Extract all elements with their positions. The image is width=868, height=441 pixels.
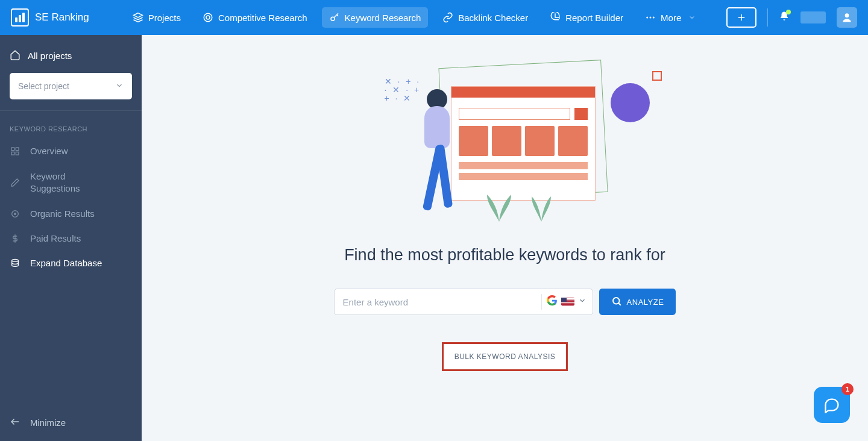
svg-point-11 — [845, 13, 849, 17]
svg-point-3 — [331, 17, 335, 20]
keyword-input[interactable] — [343, 297, 536, 307]
chevron-down-icon — [115, 81, 124, 92]
brand-name: SE Ranking — [35, 11, 89, 23]
sidebar-item-organic-results[interactable]: Organic Results — [0, 201, 142, 226]
project-select[interactable]: Select project — [10, 73, 132, 99]
sidebar-item-expand-database[interactable]: Expand Database — [0, 251, 142, 275]
nav-backlink-checker[interactable]: Backlink Checker — [435, 7, 535, 28]
sidebar: All projects Select project KEYWORD RESE… — [0, 35, 142, 441]
chevron-down-icon — [578, 296, 587, 307]
sidebar-minimize[interactable]: Minimize — [0, 404, 142, 441]
nav-more-label: More — [661, 13, 681, 23]
svg-marker-0 — [133, 13, 142, 18]
us-flag-icon — [561, 298, 574, 306]
sidebar-item-paid-results[interactable]: Paid Results — [0, 226, 142, 251]
nav-competitive-research[interactable]: Competitive Research — [195, 7, 315, 28]
target-icon — [203, 12, 213, 23]
search-engine-locale-picker[interactable] — [547, 295, 587, 308]
svg-point-8 — [653, 17, 655, 19]
svg-rect-14 — [11, 152, 14, 155]
top-nav: SE Ranking Projects Competitive Research… — [0, 0, 868, 35]
pie-chart-icon — [550, 12, 561, 23]
keyword-input-wrap — [334, 289, 593, 315]
database-icon — [10, 258, 20, 268]
project-select-label: Select project — [18, 81, 69, 91]
dots-icon — [645, 12, 656, 23]
key-icon — [329, 12, 340, 23]
svg-rect-13 — [16, 148, 19, 151]
circle-dot-icon — [10, 209, 20, 219]
nav-items: Projects Competitive Research Keyword Re… — [125, 7, 703, 28]
layers-icon — [133, 12, 143, 23]
svg-point-17 — [14, 213, 16, 214]
sidebar-item-label: Paid Results — [30, 233, 81, 243]
search-icon — [611, 296, 622, 308]
pencil-icon — [10, 178, 20, 187]
chat-fab[interactable]: 1 — [814, 387, 850, 423]
svg-point-21 — [613, 298, 620, 304]
main-content: ✕ · + ·· ✕ · ++ · ✕ Find the most profit… — [142, 35, 868, 441]
nav-report-label: Report Builder — [565, 13, 623, 23]
nav-projects[interactable]: Projects — [125, 7, 188, 28]
nav-more[interactable]: More — [638, 7, 703, 28]
svg-point-1 — [204, 13, 212, 22]
avatar[interactable] — [837, 7, 857, 28]
sidebar-item-label: Organic Results — [30, 208, 95, 219]
logo-icon — [11, 8, 29, 27]
sidebar-all-projects[interactable]: All projects — [10, 46, 132, 73]
account-label-placeholder — [800, 11, 826, 23]
bulk-button-label: BULK KEYWORD ANALYSIS — [454, 352, 556, 361]
sidebar-item-label: Keyword Suggestions — [30, 170, 108, 194]
sidebar-minimize-label: Minimize — [30, 418, 66, 428]
svg-point-2 — [206, 16, 210, 19]
sidebar-item-label: Overview — [30, 146, 68, 156]
hero-illustration: ✕ · + ·· ✕ · ++ · ✕ — [385, 71, 626, 222]
nav-keyword-label: Keyword Research — [345, 13, 421, 23]
brand-logo[interactable]: SE Ranking — [11, 8, 89, 27]
notification-dot-icon — [786, 10, 791, 14]
add-button[interactable] — [726, 7, 756, 28]
grid-icon — [10, 146, 20, 156]
sidebar-all-projects-label: All projects — [28, 51, 72, 61]
bulk-keyword-analysis-button[interactable]: BULK KEYWORD ANALYSIS — [442, 342, 568, 371]
arrow-left-icon — [10, 416, 20, 429]
sidebar-item-keyword-suggestions[interactable]: Keyword Suggestions — [0, 163, 142, 201]
google-icon — [547, 295, 558, 308]
nav-projects-label: Projects — [148, 13, 181, 23]
sidebar-item-label: Expand Database — [30, 258, 102, 268]
analyze-button-label: ANALYZE — [627, 298, 664, 307]
topnav-right — [726, 7, 857, 28]
nav-backlink-label: Backlink Checker — [458, 13, 528, 23]
chevron-down-icon — [688, 13, 696, 23]
analyze-button[interactable]: ANALYZE — [599, 289, 676, 315]
svg-point-6 — [646, 17, 648, 19]
home-icon — [10, 49, 20, 62]
page-headline: Find the most profitable keywords to ran… — [344, 246, 665, 264]
svg-point-7 — [650, 17, 652, 19]
svg-rect-15 — [16, 152, 19, 155]
svg-line-5 — [336, 15, 338, 16]
keyword-search-row: ANALYZE — [334, 289, 676, 315]
nav-keyword-research[interactable]: Keyword Research — [322, 7, 429, 28]
notifications-button[interactable] — [779, 11, 790, 24]
nav-competitive-label: Competitive Research — [218, 13, 307, 23]
svg-rect-12 — [11, 148, 14, 151]
chat-badge: 1 — [841, 383, 854, 395]
svg-point-19 — [12, 259, 19, 261]
nav-report-builder[interactable]: Report Builder — [542, 7, 631, 28]
sidebar-section-title: KEYWORD RESEARCH — [0, 111, 142, 139]
sidebar-item-overview[interactable]: Overview — [0, 139, 142, 163]
link-icon — [442, 12, 453, 23]
svg-line-22 — [618, 303, 621, 305]
dollar-icon — [10, 234, 20, 243]
divider — [767, 8, 768, 27]
